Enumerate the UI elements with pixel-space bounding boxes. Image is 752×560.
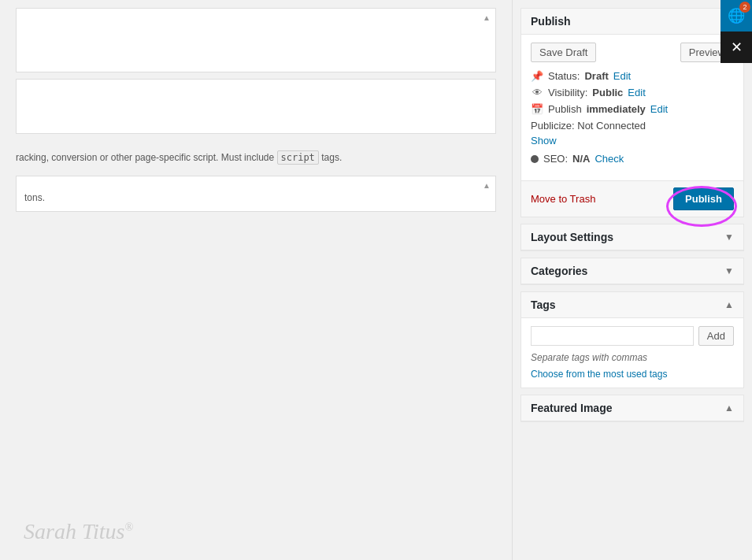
calendar-icon: 📅 <box>531 103 543 115</box>
publish-box: Publish Save Draft Preview 📌 Status: Dra… <box>520 8 744 217</box>
main-content-area: ▲ racking, conversion or other page-spec… <box>0 0 512 560</box>
seo-row: SEO: N/A Check <box>531 153 734 165</box>
save-draft-button[interactable]: Save Draft <box>531 43 596 62</box>
script-hint: racking, conversion or other page-specif… <box>16 149 496 166</box>
seo-dot <box>531 155 539 163</box>
publish-title: Publish <box>531 15 571 28</box>
move-to-trash-link[interactable]: Move to Trash <box>531 193 595 205</box>
notification-badge: 2 <box>739 2 750 13</box>
tags-arrow: ▲ <box>724 299 734 310</box>
publish-time-value: immediately <box>587 103 646 115</box>
publish-time-row: 📅 Publish immediately Edit <box>531 103 734 115</box>
tags-header[interactable]: Tags ▲ <box>521 292 743 318</box>
publish-time-edit-link[interactable]: Edit <box>650 103 668 115</box>
visibility-edit-link[interactable]: Edit <box>628 87 645 98</box>
close-icon: ✕ <box>731 39 743 56</box>
eye-icon: 👁 <box>531 87 543 98</box>
publicize-show-link[interactable]: Show <box>531 135 557 146</box>
publish-button[interactable]: Publish <box>673 187 734 210</box>
scroll-arrow-1: ▲ <box>483 13 491 22</box>
publicize-row: Publicize: Not Connected <box>531 120 734 132</box>
categories-box: Categories ▼ <box>520 258 744 285</box>
publish-actions: Save Draft Preview <box>531 43 734 62</box>
layout-settings-box: Layout Settings ▼ <box>520 224 744 251</box>
seo-value: N/A <box>572 153 590 165</box>
content-block-1: ▲ <box>16 8 496 72</box>
seo-label: SEO: <box>543 153 568 165</box>
scroll-arrow-2: ▲ <box>483 181 491 190</box>
status-edit-link[interactable]: Edit <box>613 70 631 82</box>
featured-image-title: Featured Image <box>531 402 612 414</box>
script-hint-prefix: racking, conversion or other page-specif… <box>16 152 274 163</box>
tags-body: Add Separate tags with commas Choose fro… <box>521 318 743 388</box>
publish-header: Publish <box>521 9 743 35</box>
publish-time-label: Publish <box>548 103 582 115</box>
close-button[interactable]: ✕ <box>721 32 752 63</box>
top-icons: 🌐 2 ✕ <box>721 0 752 63</box>
featured-image-arrow: ▲ <box>724 402 734 414</box>
tags-hint: Separate tags with commas <box>531 352 734 363</box>
layout-settings-arrow: ▼ <box>724 232 734 243</box>
tags-box: Tags ▲ Add Separate tags with commas Cho… <box>520 291 744 388</box>
tags-add-button[interactable]: Add <box>698 326 734 346</box>
sidebar: 🌐 2 ✕ Publish Save Draft Preview 📌 Statu… <box>512 0 752 560</box>
script-tag: script <box>277 150 319 165</box>
publicize-label: Publicize: Not Connected <box>531 120 646 132</box>
categories-arrow: ▼ <box>724 265 734 276</box>
categories-title: Categories <box>531 265 587 277</box>
featured-image-box: Featured Image ▲ <box>520 395 744 422</box>
status-label: Status: <box>548 70 580 82</box>
pin-icon: 📌 <box>531 70 543 82</box>
tags-title: Tags <box>531 299 556 311</box>
seo-check-link[interactable]: Check <box>595 153 624 165</box>
publicize-show-row: Show <box>531 135 734 146</box>
publish-footer: Move to Trash Publish <box>521 180 743 217</box>
globe-icon-button[interactable]: 🌐 2 <box>721 0 752 32</box>
block2-text: tons. <box>24 184 487 203</box>
tags-input[interactable] <box>531 326 694 346</box>
status-value: Draft <box>584 70 608 82</box>
visibility-label: Visibility: <box>548 87 587 98</box>
visibility-value: Public <box>592 87 623 98</box>
script-hint-suffix: tags. <box>321 152 342 163</box>
layout-settings-header[interactable]: Layout Settings ▼ <box>521 224 743 250</box>
categories-header[interactable]: Categories ▼ <box>521 258 743 284</box>
watermark: Sarah Titus® <box>24 519 133 544</box>
script-textarea[interactable] <box>16 79 496 134</box>
tags-choose-link[interactable]: Choose from the most used tags <box>531 369 667 380</box>
publish-body: Save Draft Preview 📌 Status: Draft Edit … <box>521 35 743 180</box>
content-block-2: ▲ tons. <box>16 176 496 212</box>
featured-image-header[interactable]: Featured Image ▲ <box>521 395 743 421</box>
content-block-1-inner: ▲ <box>17 9 495 72</box>
tags-input-row: Add <box>531 326 734 346</box>
visibility-row: 👁 Visibility: Public Edit <box>531 87 734 98</box>
textarea-wrapper <box>16 79 496 143</box>
layout-settings-title: Layout Settings <box>531 231 613 243</box>
status-row: 📌 Status: Draft Edit <box>531 70 734 82</box>
